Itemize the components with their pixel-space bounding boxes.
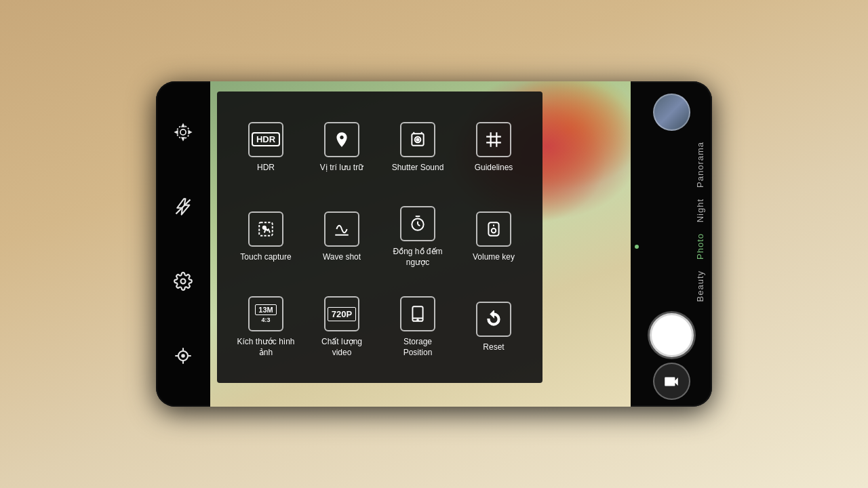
pin-icon xyxy=(324,122,359,157)
wave-shot-icon xyxy=(324,211,359,247)
setting-video-quality[interactable]: 720P Chất lượng video xyxy=(307,285,377,369)
setting-storage-location[interactable]: Vị trí lưu trữ xyxy=(307,105,377,190)
targeting-icon[interactable] xyxy=(168,341,198,371)
shutter-button[interactable] xyxy=(650,313,694,357)
image-size-icon: 13M 4:3 xyxy=(248,296,283,331)
shutter-sound-label: Shutter Sound xyxy=(392,163,444,174)
svg-point-25 xyxy=(492,228,496,233)
guidelines-label: Guidelines xyxy=(475,163,513,174)
left-controls xyxy=(156,81,210,407)
storage-location-label: Vị trí lưu trữ xyxy=(320,163,363,174)
setting-storage-position[interactable]: Storage Position xyxy=(382,285,453,369)
storage-position-icon xyxy=(400,296,435,331)
mode-panorama[interactable]: Panorama xyxy=(631,136,712,193)
setting-shutter-sound[interactable]: Shutter Sound xyxy=(382,105,453,190)
beauty-label: Beauty xyxy=(695,270,705,302)
right-controls: Panorama Night Photo Beauty xyxy=(631,81,712,407)
mode-night[interactable]: Night xyxy=(631,193,712,228)
svg-point-1 xyxy=(177,126,190,139)
night-label: Night xyxy=(695,199,705,222)
gear-icon[interactable] xyxy=(168,266,198,296)
setting-timer[interactable]: Đồng hồ đếm ngược xyxy=(382,195,453,280)
hdr-label: HDR xyxy=(257,163,275,174)
setting-hdr[interactable]: HDR HDR xyxy=(231,105,301,190)
screen-area: HDR HDR Vị trí lưu trữ xyxy=(210,81,631,407)
timer-icon xyxy=(400,206,435,241)
storage-position-label: Storage Position xyxy=(388,337,448,358)
photo-label: Photo xyxy=(695,233,705,260)
camera-settings-icon[interactable] xyxy=(168,117,198,147)
svg-point-5 xyxy=(182,354,184,357)
panorama-label: Panorama xyxy=(695,142,705,188)
gallery-thumbnail[interactable] xyxy=(653,94,690,131)
settings-panel: HDR HDR Vị trí lưu trữ xyxy=(217,92,542,383)
shutter-sound-icon xyxy=(400,122,435,157)
hdr-badge: HDR xyxy=(252,132,280,146)
volume-key-icon xyxy=(476,211,511,247)
svg-point-29 xyxy=(417,319,418,321)
wave-shot-label: Wave shot xyxy=(323,252,361,263)
svg-point-12 xyxy=(416,138,418,140)
setting-touch-capture[interactable]: Touch capture xyxy=(231,195,301,280)
active-mode-indicator xyxy=(635,245,639,249)
video-button[interactable] xyxy=(653,363,690,400)
setting-image-size[interactable]: 13M 4:3 Kích thước hình ảnh xyxy=(231,285,301,369)
touch-capture-label: Touch capture xyxy=(240,252,291,263)
phone-wrapper: HDR HDR Vị trí lưu trữ xyxy=(0,0,868,488)
mode-labels: Panorama Night Photo Beauty xyxy=(631,136,712,308)
timer-label: Đồng hồ đếm ngược xyxy=(388,247,448,268)
setting-guidelines[interactable]: Guidelines xyxy=(458,105,529,190)
setting-reset[interactable]: Reset xyxy=(458,285,529,369)
svg-point-0 xyxy=(180,129,186,135)
flash-off-icon[interactable] xyxy=(168,192,198,222)
mode-beauty[interactable]: Beauty xyxy=(631,265,712,307)
setting-volume-key[interactable]: Volume key xyxy=(458,195,529,280)
svg-line-22 xyxy=(418,224,420,226)
reset-label: Reset xyxy=(483,342,504,353)
touch-capture-icon xyxy=(248,211,283,247)
reset-icon xyxy=(476,302,511,337)
guidelines-icon xyxy=(476,122,511,157)
phone-body: HDR HDR Vị trí lưu trữ xyxy=(156,81,712,407)
image-size-label: Kích thước hình ảnh xyxy=(236,337,296,358)
svg-rect-24 xyxy=(488,222,498,236)
video-quality-icon: 720P xyxy=(324,296,359,331)
svg-point-3 xyxy=(181,279,186,284)
setting-wave-shot[interactable]: Wave shot xyxy=(307,195,377,280)
mode-photo[interactable]: Photo xyxy=(631,228,712,265)
svg-point-18 xyxy=(263,226,266,229)
volume-key-label: Volume key xyxy=(473,252,515,263)
video-quality-label: Chất lượng video xyxy=(312,337,372,358)
hdr-icon: HDR xyxy=(248,122,283,157)
